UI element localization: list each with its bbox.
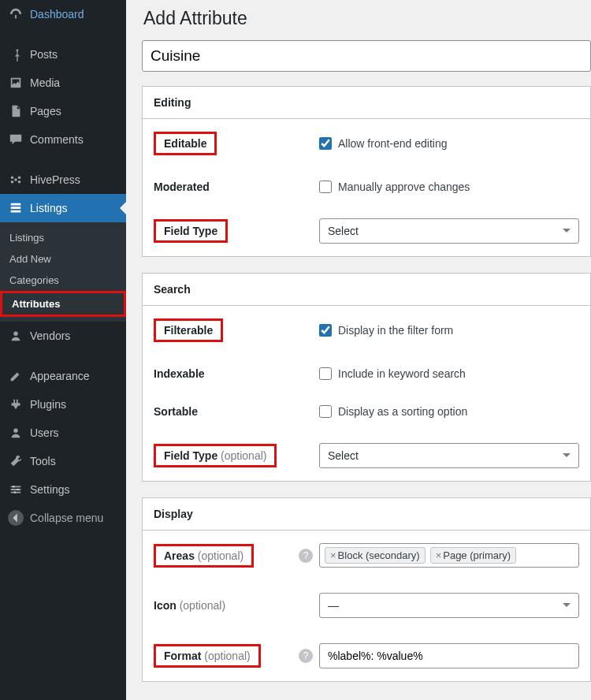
filterable-label: Filterable [164,324,213,337]
sortable-checkbox[interactable] [319,405,332,418]
sidebar-item-label: Settings [30,483,70,496]
display-panel-title: Display [143,498,590,531]
svg-point-8 [17,489,19,491]
sidebar-item-settings[interactable]: Settings [0,475,126,504]
sidebar-item-media[interactable]: Media [0,69,126,97]
sidebar-item-users[interactable]: Users [0,419,126,447]
sidebar-item-comments[interactable]: Comments [0,125,126,154]
pin-icon [8,47,24,62]
editing-panel: Editing Editable Allow front-end editing… [142,86,591,257]
editable-label: Editable [164,137,206,150]
svg-point-9 [14,491,17,493]
media-icon [8,75,24,91]
area-tag[interactable]: ×Page (primary) [430,547,517,564]
tools-icon [8,453,24,469]
svg-point-5 [13,332,17,336]
moderated-label: Moderated [154,181,210,193]
tag-remove-icon[interactable]: × [436,549,442,561]
sidebar-item-label: Tools [30,455,56,467]
vendors-icon [8,328,24,344]
sidebar-item-label: HivePress [30,173,80,186]
svg-point-7 [13,486,15,488]
search-panel: Search Filterable Display in the filter … [142,273,591,482]
editing-fieldtype-label: Field Type [164,225,217,237]
sidebar-item-vendors[interactable]: Vendors [0,322,126,350]
svg-point-3 [18,181,21,184]
area-tag[interactable]: ×Block (secondary) [325,547,426,564]
sidebar-item-label: Appearance [30,370,90,382]
sidebar-item-label: Comments [30,133,84,146]
icon-select[interactable]: — [319,593,579,618]
dashboard-icon [8,6,24,22]
sidebar-item-label: Users [30,426,59,439]
svg-point-1 [18,177,21,180]
sidebar-item-label: Listings [30,202,67,214]
sidebar-item-label: Posts [30,48,58,61]
filterable-checkbox-label: Display in the filter form [338,324,453,337]
sidebar-item-label: Plugins [30,398,66,411]
svg-point-4 [14,178,17,181]
display-panel: Display Areas (optional) ? ×Block (secon… [142,497,591,682]
plugins-icon [8,397,24,412]
sidebar-item-pages[interactable]: Pages [0,97,126,125]
sidebar-item-label: Dashboard [30,8,84,20]
areas-tag-input[interactable]: ×Block (secondary) ×Page (primary) [319,543,579,568]
sidebar-item-label: Media [30,76,60,89]
sidebar-item-posts[interactable]: Posts [0,40,126,69]
editing-panel-title: Editing [143,87,590,119]
indexable-checkbox[interactable] [319,367,332,380]
collapse-icon [8,510,24,526]
sortable-checkbox-label: Display as a sorting option [338,405,467,418]
collapse-menu-button[interactable]: Collapse menu [0,504,126,532]
editable-checkbox-label: Allow front-end editing [338,137,448,150]
indexable-checkbox-label: Include in keyword search [338,367,466,380]
sidebar-item-appearance[interactable]: Appearance [0,362,126,390]
editing-fieldtype-select[interactable]: Select [319,218,579,244]
admin-sidebar: DashboardPostsMediaPagesCommentsHivePres… [0,0,126,700]
collapse-menu-label: Collapse menu [30,512,103,524]
submenu-item-attributes[interactable]: Attributes [2,293,124,315]
svg-point-6 [13,429,17,433]
icon-label: Icon [154,599,177,612]
svg-point-0 [11,177,14,180]
areas-label: Areas [164,549,195,562]
pages-icon [8,103,24,119]
moderated-checkbox-label: Manually approve changes [338,181,470,193]
listings-icon [8,200,24,216]
sidebar-item-tools[interactable]: Tools [0,447,126,475]
editable-checkbox[interactable] [319,137,332,150]
icon-optional: (optional) [180,599,225,612]
areas-optional: (optional) [198,549,243,562]
tag-remove-icon[interactable]: × [330,549,336,561]
format-label: Format [164,650,201,662]
submenu-item-listings[interactable]: Listings [0,227,126,248]
sidebar-item-dashboard[interactable]: Dashboard [0,0,126,28]
submenu-item-add-new[interactable]: Add New [0,248,126,270]
search-panel-title: Search [143,274,590,306]
submenu-item-categories[interactable]: Categories [0,270,126,291]
page-title: Add Attribute [143,8,591,29]
format-input[interactable] [319,643,579,668]
moderated-checkbox[interactable] [319,181,332,193]
appearance-icon [8,368,24,384]
sidebar-item-plugins[interactable]: Plugins [0,390,126,419]
svg-point-2 [11,181,14,184]
hivepress-icon [8,172,24,188]
sidebar-item-listings[interactable]: Listings [0,194,126,222]
sidebar-item-hivepress[interactable]: HivePress [0,166,126,194]
settings-icon [8,482,24,497]
search-fieldtype-optional: (optional) [221,449,266,462]
attribute-name-input[interactable] [142,40,591,72]
search-fieldtype-label: Field Type [164,449,217,462]
comment-icon [8,132,24,147]
indexable-label: Indexable [154,367,205,380]
sortable-label: Sortable [154,405,198,418]
main-content: Add Attribute Editing Editable Allow fro… [126,0,591,700]
sidebar-item-label: Pages [30,105,61,117]
sidebar-item-label: Vendors [30,330,70,342]
format-optional: (optional) [204,650,250,662]
filterable-checkbox[interactable] [319,324,332,337]
search-fieldtype-select[interactable]: Select [319,443,579,468]
users-icon [8,425,24,441]
